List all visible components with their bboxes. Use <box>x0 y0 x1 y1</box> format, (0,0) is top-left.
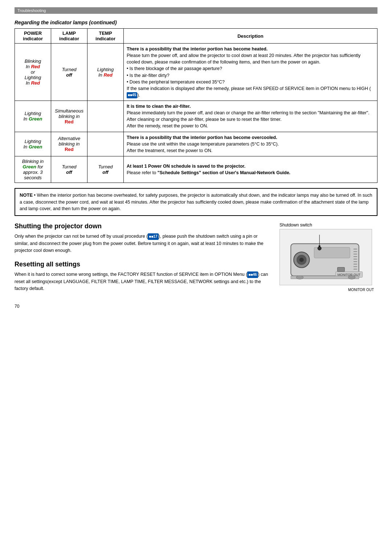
projector-diagram-area: Shutdown switch <box>279 222 377 297</box>
shutdown-label: Shutdown switch <box>279 222 377 228</box>
shutting-body: Only when the projector can not be turne… <box>15 233 272 254</box>
col-header-temp: TEMP indicator <box>87 29 124 44</box>
col-header-power: POWER indicator <box>15 29 51 44</box>
lamp-cell-3: Alternativeblinking in Red <box>51 132 87 156</box>
note-label: NOTE <box>20 192 33 198</box>
power-cell-3: LightingIn Green <box>15 132 51 156</box>
resetting-heading: Resetting all settings <box>15 261 272 268</box>
desc-cell-1: There is a possibility that the interior… <box>124 44 377 101</box>
note-text: • When the interior portion has become o… <box>20 193 372 212</box>
section-title: Regarding the indicator lamps (continued… <box>15 20 377 25</box>
desc-cell-2: It is time to clean the air-filter. Plea… <box>124 101 377 132</box>
temp-cell-3 <box>87 132 124 156</box>
desc-cell-4: At least 1 Power ON schedule is saved to… <box>124 156 377 183</box>
table-row: LightingIn Green Alternativeblinking in … <box>15 132 377 156</box>
breadcrumb: Troubleshooting <box>15 7 377 14</box>
shutting-heading: Shutting the projector down <box>15 222 272 230</box>
table-row: BlinkingIn Red orLightingIn Red Turnedof… <box>15 44 377 101</box>
svg-point-3 <box>299 258 304 262</box>
monitor-out-label: MONITOR OUT <box>279 288 377 292</box>
table-row: Blinking in Green forapprox. 3seconds Tu… <box>15 156 377 183</box>
svg-rect-18 <box>338 267 345 272</box>
svg-point-21 <box>348 275 355 279</box>
col-header-description: Description <box>124 29 377 44</box>
indicator-table: POWER indicator LAMP indicator TEMP indi… <box>15 28 377 183</box>
lamp-cell-1: Turnedoff <box>51 44 87 101</box>
power-cell-1: BlinkingIn Red orLightingIn Red <box>15 44 51 101</box>
lamp-cell-4: Turnedoff <box>51 156 87 183</box>
page-number: 70 <box>15 304 377 309</box>
power-cell-2: LightingIn Green <box>15 101 51 132</box>
svg-point-20 <box>296 275 303 279</box>
svg-point-15 <box>318 247 321 250</box>
desc-cell-3: There is a possibility that the interior… <box>124 132 377 156</box>
bottom-left: Shutting the projector down Only when th… <box>15 222 272 297</box>
projector-svg: MONITOR OUT <box>279 229 372 285</box>
resetting-body: When it is hard to correct some wrong se… <box>15 271 272 292</box>
temp-cell-4: Turnedoff <box>87 156 124 183</box>
note-box: NOTE • When the interior portion has bec… <box>15 188 377 216</box>
col-header-lamp: LAMP indicator <box>51 29 87 44</box>
lamp-cell-2: Simultaneousblinking in Red <box>51 101 87 132</box>
temp-cell-2 <box>87 101 124 132</box>
resetting-section: Resetting all settings When it is hard t… <box>15 261 272 292</box>
table-row: LightingIn Green Simultaneousblinking in… <box>15 101 377 132</box>
bottom-section: Shutting the projector down Only when th… <box>15 222 377 297</box>
power-cell-4: Blinking in Green forapprox. 3seconds <box>15 156 51 183</box>
shutting-section: Shutting the projector down Only when th… <box>15 222 272 254</box>
temp-cell-1: LightingIn Red <box>87 44 124 101</box>
